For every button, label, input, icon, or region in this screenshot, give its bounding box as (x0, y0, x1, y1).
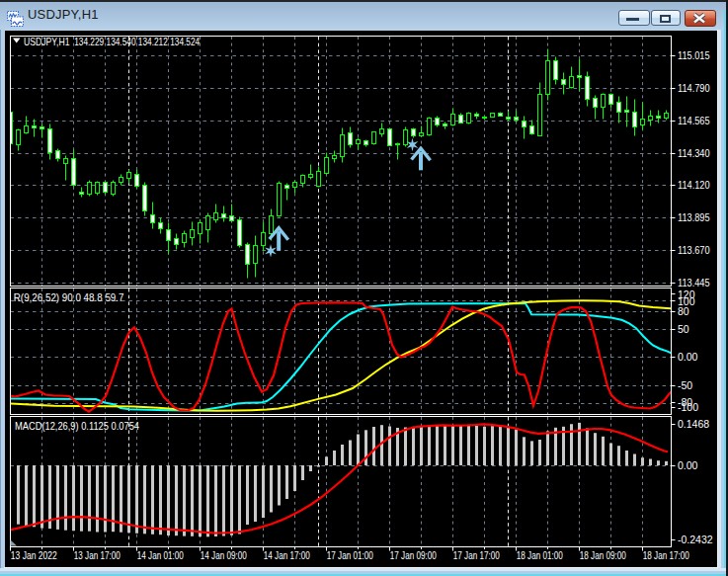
svg-text:0.00: 0.00 (678, 459, 698, 471)
svg-text:14 Jan 01:00: 14 Jan 01:00 (137, 549, 184, 561)
svg-text:USDJPY,H1: USDJPY,H1 (24, 36, 70, 47)
svg-text:14 Jan 17:00: 14 Jan 17:00 (264, 549, 310, 561)
svg-text:R(9,26,52) 90.0 48.8 59.7: R(9,26,52) 90.0 48.8 59.7 (14, 291, 124, 303)
svg-text:17 Jan 17:00: 17 Jan 17:00 (453, 549, 500, 561)
svg-text:0.00: 0.00 (678, 351, 698, 363)
svg-text:113.895: 113.895 (678, 211, 710, 223)
svg-text:113.445: 113.445 (678, 277, 710, 288)
svg-text:0.1468: 0.1468 (678, 418, 709, 430)
svg-text:17 Jan 01:00: 17 Jan 01:00 (327, 549, 373, 561)
svg-text:134.229 134.540 134.212 134.52: 134.229 134.540 134.212 134.524 (74, 36, 200, 47)
svg-text:113.670: 113.670 (678, 244, 710, 256)
svg-text:18 Jan 09:00: 18 Jan 09:00 (580, 549, 626, 561)
svg-text:114.565: 114.565 (678, 115, 710, 126)
svg-text:114.120: 114.120 (678, 179, 710, 191)
svg-text:18 Jan 01:00: 18 Jan 01:00 (517, 549, 563, 561)
svg-text:-0.2432: -0.2432 (678, 534, 713, 545)
svg-text:18 Jan 17:00: 18 Jan 17:00 (643, 549, 689, 561)
svg-text:115.015: 115.015 (678, 49, 710, 61)
svg-text:13 Jan 17:00: 13 Jan 17:00 (74, 549, 121, 561)
svg-text:MACD(12,26,9) 0.1125 0.0754: MACD(12,26,9) 0.1125 0.0754 (15, 420, 139, 432)
svg-text:114.340: 114.340 (678, 147, 710, 159)
svg-text:-50: -50 (678, 379, 692, 391)
svg-text:14 Jan 09:00: 14 Jan 09:00 (201, 549, 247, 561)
svg-text:80: 80 (678, 305, 689, 317)
svg-text:50: 50 (678, 323, 689, 335)
svg-text:114.790: 114.790 (678, 82, 710, 94)
svg-text:-100: -100 (678, 401, 698, 413)
svg-text:17 Jan 09:00: 17 Jan 09:00 (390, 549, 437, 561)
svg-text:13 Jan 2022: 13 Jan 2022 (11, 549, 57, 561)
